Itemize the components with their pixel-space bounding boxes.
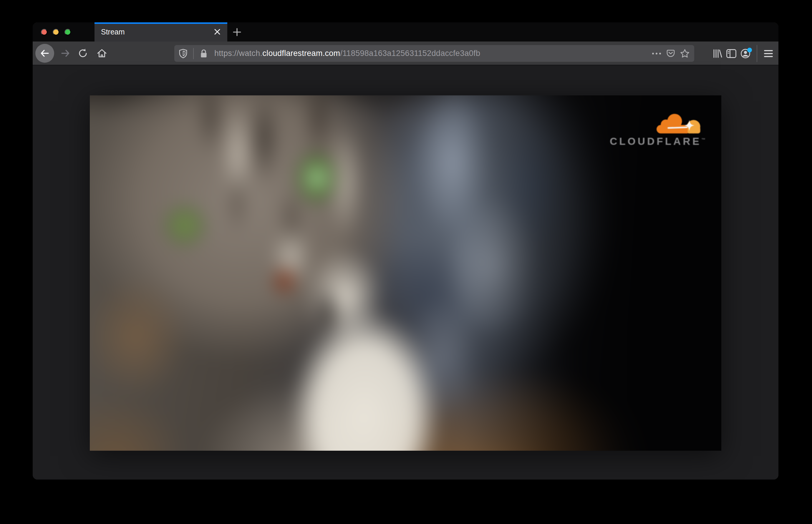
page-actions-button[interactable] xyxy=(649,47,664,61)
menu-button[interactable] xyxy=(761,47,776,61)
ellipsis-icon xyxy=(652,52,662,55)
reload-icon xyxy=(78,48,88,59)
toolbar-right-tools xyxy=(710,42,778,65)
bookmark-button[interactable] xyxy=(678,47,692,61)
cloudflare-cloud-icon xyxy=(655,111,705,134)
zoom-window-button[interactable] xyxy=(64,29,71,35)
minimize-window-button[interactable] xyxy=(53,29,59,35)
url-prefix: https://watch. xyxy=(214,49,262,58)
new-tab-button[interactable] xyxy=(230,25,244,39)
close-window-button[interactable] xyxy=(41,29,47,35)
hamburger-icon xyxy=(764,50,773,58)
notification-dot xyxy=(747,48,752,52)
back-arrow-icon xyxy=(39,48,50,59)
library-icon xyxy=(712,49,722,59)
url-bar[interactable]: https://watch.cloudflarestream.com/11859… xyxy=(174,45,694,62)
tab-title: Stream xyxy=(101,28,125,36)
tab-close-button[interactable] xyxy=(212,27,223,37)
home-icon xyxy=(96,48,108,59)
site-security-button[interactable] xyxy=(198,47,210,61)
page-content: CLOUDFLARE™ xyxy=(33,65,778,479)
urlbar-actions xyxy=(649,47,694,61)
sidebar-icon xyxy=(726,49,737,58)
sidebar-button[interactable] xyxy=(724,47,738,61)
shield-icon xyxy=(178,49,188,59)
tracking-protection-button[interactable] xyxy=(176,47,190,61)
forward-arrow-icon xyxy=(60,48,71,59)
forward-button[interactable] xyxy=(58,46,72,60)
lock-icon xyxy=(199,49,208,59)
active-tab-indicator xyxy=(95,22,227,24)
url-domain: cloudflarestream.com xyxy=(262,49,340,58)
library-button[interactable] xyxy=(710,47,724,61)
plus-icon xyxy=(232,27,242,37)
back-button[interactable] xyxy=(35,44,54,63)
browser-window: Stream xyxy=(33,22,778,479)
tab-stream[interactable]: Stream xyxy=(95,22,227,42)
url-text[interactable]: https://watch.cloudflarestream.com/11859… xyxy=(214,49,649,58)
cloudflare-logo: CLOUDFLARE™ xyxy=(610,111,705,147)
home-button[interactable] xyxy=(95,46,109,60)
toolbar-divider xyxy=(757,45,757,62)
cat-video-frame xyxy=(90,95,721,451)
video-player[interactable]: CLOUDFLARE™ xyxy=(90,95,721,451)
pocket-icon xyxy=(666,49,676,58)
urlbar-divider xyxy=(193,48,194,59)
close-icon xyxy=(213,28,221,36)
nav-toolbar: https://watch.cloudflarestream.com/11859… xyxy=(33,42,778,65)
url-path: /118598a163a125631152ddaccfe3a0fb xyxy=(340,49,480,58)
reload-button[interactable] xyxy=(76,46,90,60)
pocket-button[interactable] xyxy=(664,47,678,61)
cloudflare-wordmark: CLOUDFLARE™ xyxy=(610,135,705,147)
titlebar[interactable]: Stream xyxy=(33,22,778,42)
star-icon xyxy=(680,49,690,59)
